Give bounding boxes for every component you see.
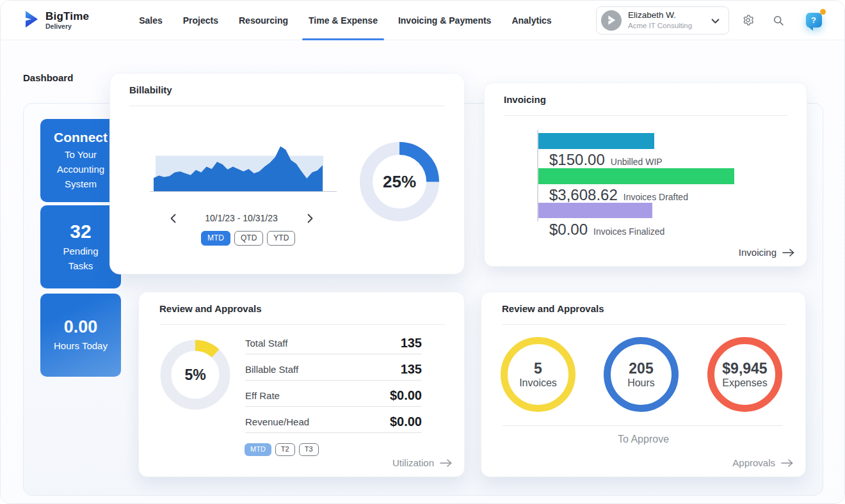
invoicing-card: Invoicing $150.00 Unbilled WIP $3,608.62…	[484, 83, 807, 267]
invoicing-link-label: Invoicing	[739, 247, 777, 258]
stat-row-eff-rate: Eff Rate $0.00	[245, 381, 422, 407]
invoices-finalized-amount: $0.00	[549, 221, 588, 239]
bar-invoices-drafted	[538, 168, 734, 184]
bar-label-unbilled-wip: $150.00 Unbilled WIP	[549, 151, 663, 169]
user-name: Elizabeth W.	[628, 10, 705, 21]
period-button-ytd[interactable]: YTD	[267, 231, 295, 246]
stat-label: Revenue/Head	[245, 416, 309, 432]
billability-period-buttons: MTD QTD YTD	[201, 231, 295, 246]
invoices-drafted-amount: $3,608.62	[549, 186, 618, 204]
invoicing-link[interactable]: Invoicing	[739, 247, 795, 258]
period-button-t2[interactable]: T2	[275, 443, 295, 456]
divider	[502, 324, 786, 325]
utilization-stats: Total Staff 135 Billable Staff 135 Eff R…	[245, 328, 422, 433]
tile-pending-line: Pending	[63, 244, 98, 258]
brand-logo[interactable]: BigTime Delivery	[23, 10, 89, 31]
nav-item-invoicing-payments[interactable]: Invoicing & Payments	[388, 1, 501, 40]
stat-value: $0.00	[390, 414, 422, 432]
utilization-donut-chart: 5%	[157, 337, 233, 413]
bar-label-invoices-drafted: $3,608.62 Invoices Drafted	[549, 186, 688, 204]
tile-pending-line: Tasks	[68, 258, 93, 273]
tile-hours-today[interactable]: 0.00 Hours Today	[40, 294, 121, 377]
period-button-t3[interactable]: T3	[299, 443, 319, 456]
help-icon[interactable]: ?	[801, 8, 826, 33]
tile-connect-line: To Your	[65, 147, 97, 162]
invoices-drafted-label: Invoices Drafted	[624, 192, 688, 202]
tile-connect-headline: Connect	[54, 130, 108, 145]
brand-name: BigTime	[45, 11, 89, 22]
invoicing-card-title: Invoicing	[504, 94, 546, 105]
utilization-percent: 5%	[184, 366, 205, 384]
billability-area-chart	[150, 141, 337, 192]
hours-today-label: Hours Today	[54, 338, 108, 353]
header-right-cluster: Elizabeth W. Acme IT Consulting ?	[596, 6, 826, 35]
to-approve-note: To Approve	[481, 434, 805, 445]
notification-dot	[820, 9, 826, 15]
bar-label-invoices-finalized: $0.00 Invoices Finalized	[549, 221, 664, 239]
approvals-card-title: Review and Approvals	[502, 303, 604, 314]
nav-item-resourcing[interactable]: Resourcing	[229, 1, 298, 40]
bar-unbilled-wip	[538, 133, 654, 149]
period-button-qtd[interactable]: QTD	[234, 231, 263, 246]
billability-card-title: Billability	[129, 84, 172, 95]
page-title: Dashboard	[23, 72, 73, 83]
billability-card: Billability 25% 10/1/23 - 10/3	[109, 73, 465, 274]
app-window: BigTime Delivery Sales Projects Resourci…	[0, 0, 845, 504]
arrow-right-icon	[782, 249, 795, 256]
hours-to-approve-count: 205	[627, 360, 655, 377]
expenses-label: Expenses	[722, 377, 767, 389]
next-period-chevron-icon[interactable]	[303, 212, 316, 224]
utilization-period-buttons: MTD T2 T3	[245, 443, 319, 456]
period-button-mtd[interactable]: MTD	[201, 231, 230, 246]
date-range-label: 10/1/23 - 10/31/23	[205, 213, 278, 223]
dashboard-main: Dashboard Connect To Your Accounting Sys…	[1, 40, 844, 504]
prev-period-chevron-icon[interactable]	[166, 212, 179, 224]
stat-row-billable-staff: Billable Staff 135	[245, 354, 422, 381]
utilization-link-label: Utilization	[392, 457, 434, 468]
nav-item-time-expense[interactable]: Time & Expense	[298, 1, 388, 40]
main-nav: Sales Projects Resourcing Time & Expense…	[129, 1, 562, 40]
hours-label: Hours	[627, 377, 655, 389]
nav-item-projects[interactable]: Projects	[173, 1, 229, 40]
settings-gear-icon[interactable]	[736, 8, 760, 33]
stat-value: 135	[401, 336, 422, 354]
unbilled-wip-label: Unbilled WIP	[611, 157, 663, 167]
bar-invoices-finalized	[538, 203, 652, 218]
utilization-card: Review and Approvals 5% Total Staff 135 …	[138, 292, 465, 477]
billability-donut-chart: 25%	[357, 139, 442, 224]
nav-item-sales[interactable]: Sales	[129, 1, 173, 40]
period-button-mtd[interactable]: MTD	[245, 443, 271, 456]
stat-label: Eff Rate	[245, 390, 280, 406]
utilization-link[interactable]: Utilization	[392, 457, 453, 468]
hours-today-value: 0.00	[64, 317, 98, 337]
stat-row-total-staff: Total Staff 135	[245, 328, 422, 354]
unbilled-wip-amount: $150.00	[549, 151, 605, 169]
stat-label: Total Staff	[245, 338, 287, 354]
bigtime-logo-icon	[23, 10, 40, 31]
avatar	[601, 10, 622, 31]
brand-tagline: Delivery	[45, 23, 89, 30]
chevron-down-icon	[711, 15, 720, 26]
invoices-label: Invoices	[519, 377, 557, 389]
divider	[159, 324, 445, 325]
billability-percent: 25%	[383, 172, 416, 192]
user-menu[interactable]: Elizabeth W. Acme IT Consulting	[596, 6, 729, 35]
top-nav-bar: BigTime Delivery Sales Projects Resourci…	[1, 1, 844, 40]
expenses-to-approve-amount: $9,945	[722, 360, 767, 377]
date-range-nav: 10/1/23 - 10/31/23	[166, 212, 316, 224]
arrow-right-icon	[440, 459, 453, 467]
nav-item-analytics[interactable]: Analytics	[501, 1, 561, 40]
ring-invoices: 5 Invoices	[499, 335, 577, 414]
divider	[504, 115, 787, 116]
stat-value: 135	[401, 362, 422, 380]
search-icon[interactable]	[766, 8, 791, 33]
divider	[129, 106, 445, 106]
stat-value: $0.00	[390, 388, 422, 406]
ring-hours: 205 Hours	[602, 335, 680, 414]
approvals-link[interactable]: Approvals	[732, 457, 794, 468]
ring-expenses: $9,945 Expenses	[705, 335, 784, 414]
utilization-card-title: Review and Approvals	[159, 303, 262, 314]
arrow-right-icon	[781, 459, 794, 467]
divider	[503, 425, 782, 426]
approvals-card: Review and Approvals 5 Invoices 205 Hour…	[481, 292, 806, 477]
